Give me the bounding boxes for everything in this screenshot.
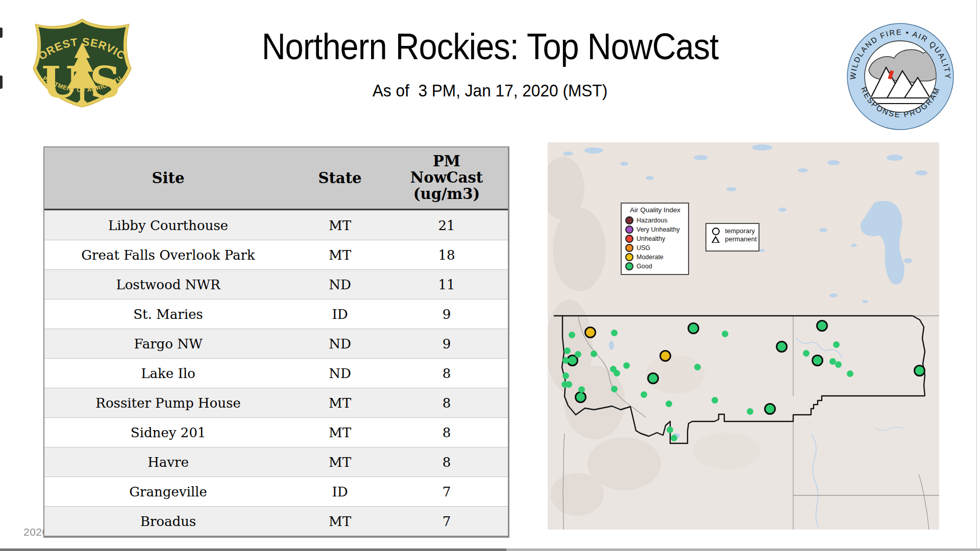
- cell-site: Havre: [44, 455, 292, 470]
- aqi-legend-label: Unhealthy: [636, 235, 665, 242]
- aqi-legend-item: USG: [625, 243, 685, 253]
- column-header-pm: PM NowCast (ug/m3): [388, 154, 505, 203]
- monitor-marker-small[interactable]: [614, 370, 620, 377]
- monitor-marker-small[interactable]: [611, 330, 618, 336]
- cell-value: 8: [388, 455, 505, 470]
- monitor-marker-good[interactable]: [647, 372, 659, 384]
- cell-site: Broadus: [44, 514, 292, 529]
- monitor-marker-small[interactable]: [847, 370, 853, 377]
- monitor-marker-small[interactable]: [575, 351, 581, 358]
- cell-value: 11: [388, 277, 505, 292]
- map-panel: Air Quality Index HazardousVery Unhealth…: [548, 142, 939, 530]
- monitor-marker-small[interactable]: [747, 408, 753, 415]
- page-subtitle: As of 3 PM, Jan 17, 2020 (MST): [34, 81, 946, 101]
- monitor-marker-small[interactable]: [564, 347, 571, 354]
- cell-state: MT: [292, 455, 388, 470]
- monitor-marker-small[interactable]: [666, 400, 672, 407]
- cell-value: 8: [388, 395, 505, 411]
- cell-state: MT: [292, 247, 388, 263]
- table-row: BroadusMT7: [44, 506, 508, 536]
- aqi-color-swatch: [625, 244, 633, 252]
- aqi-color-swatch: [625, 216, 633, 224]
- monitor-marker-small[interactable]: [667, 427, 673, 433]
- monitor-marker-small[interactable]: [591, 350, 597, 357]
- permanent-marker-icon: [712, 236, 720, 243]
- monitor-marker-good[interactable]: [764, 403, 776, 415]
- monitor-marker-small[interactable]: [694, 364, 701, 370]
- monitor-marker-small[interactable]: [623, 362, 630, 369]
- monitor-marker-small[interactable]: [566, 381, 572, 388]
- aqi-color-swatch: [625, 253, 633, 261]
- cell-state: MT: [292, 395, 388, 411]
- marker-type-legend: temporary permanent: [705, 223, 760, 252]
- aqi-legend: Air Quality Index HazardousVery Unhealth…: [621, 203, 689, 275]
- monitor-marker-small[interactable]: [671, 435, 677, 441]
- monitor-marker-small[interactable]: [722, 331, 728, 337]
- aqi-color-swatch: [625, 226, 633, 234]
- aqi-legend-label: Good: [636, 263, 652, 270]
- cell-state: ID: [292, 307, 388, 322]
- cell-state: MT: [292, 425, 388, 440]
- monitor-marker-small[interactable]: [833, 341, 840, 348]
- aqi-legend-item: Unhealthy: [625, 234, 685, 243]
- aqi-legend-item: Moderate: [625, 253, 685, 262]
- cell-site: Sidney 201: [44, 425, 292, 440]
- cell-value: 8: [388, 425, 505, 440]
- monitor-marker-moderate[interactable]: [584, 327, 596, 338]
- aqi-legend-label: USG: [636, 244, 650, 252]
- monitor-marker-small[interactable]: [803, 350, 810, 357]
- cell-site: Lake Ilo: [44, 366, 292, 381]
- monitor-marker-small[interactable]: [611, 386, 618, 392]
- monitor-marker-small[interactable]: [562, 372, 569, 379]
- table-row: Great Falls Overlook ParkMT18: [44, 240, 508, 269]
- monitor-marker-good[interactable]: [776, 341, 788, 353]
- monitor-marker-good[interactable]: [914, 365, 925, 377]
- cell-site: Libby Courthouse: [44, 218, 292, 233]
- cell-value: 9: [388, 307, 505, 322]
- table-row: St. MariesID9: [44, 299, 508, 329]
- cell-site: Rossiter Pump House: [44, 395, 292, 411]
- cell-value: 7: [388, 514, 505, 529]
- monitor-marker-small[interactable]: [641, 391, 647, 398]
- cell-state: ND: [292, 366, 388, 381]
- cell-site: Grangeville: [44, 484, 292, 499]
- monitor-marker-good[interactable]: [812, 355, 823, 366]
- cell-value: 9: [388, 336, 505, 352]
- table-row: Libby CourthouseMT21: [44, 210, 508, 240]
- cell-state: ND: [292, 277, 388, 292]
- screen-edge-artifact: [0, 28, 3, 38]
- table-row: Fargo NWND9: [44, 329, 508, 358]
- aqi-legend-item: Hazardous: [625, 216, 685, 225]
- monitor-marker-small[interactable]: [712, 397, 718, 404]
- cell-value: 21: [388, 218, 505, 233]
- window-bottom-edge: [0, 548, 506, 551]
- monitor-marker-small[interactable]: [569, 332, 575, 338]
- monitor-marker-good[interactable]: [575, 391, 586, 403]
- monitor-marker-moderate[interactable]: [659, 350, 671, 362]
- aqi-legend-label: Hazardous: [636, 217, 667, 224]
- aqi-legend-item: Good: [625, 262, 685, 271]
- aqi-legend-title: Air Quality Index: [625, 206, 685, 214]
- cell-state: MT: [292, 514, 388, 529]
- cell-value: 8: [388, 366, 505, 381]
- monitor-marker-good[interactable]: [816, 320, 828, 332]
- aqi-legend-item: Very Unhealthy: [625, 225, 685, 234]
- cell-site: Great Falls Overlook Park: [44, 247, 292, 263]
- table-row: GrangevilleID7: [44, 477, 508, 506]
- air-quality-program-logo: WILDLAND FIRE • AIR QUALITY RESPONSE PRO…: [845, 21, 955, 132]
- table-row: Rossiter Pump HouseMT8: [44, 388, 508, 417]
- basemap: [548, 142, 939, 530]
- page: FOREST SERVICE U S DEPARTMENT OF AGRICUL…: [0, 0, 980, 551]
- temporary-label: temporary: [725, 227, 756, 235]
- screen-edge-artifact: [0, 76, 3, 89]
- cell-site: Lostwood NWR: [44, 277, 292, 292]
- monitor-marker-good[interactable]: [688, 322, 699, 334]
- monitor-marker-small[interactable]: [578, 386, 585, 393]
- permanent-label: permanent: [725, 235, 756, 243]
- cell-state: ID: [292, 484, 388, 499]
- nowcast-table: Site State PM NowCast (ug/m3) Libby Cour…: [43, 146, 509, 538]
- aqi-legend-label: Moderate: [636, 254, 664, 261]
- monitor-marker-small[interactable]: [835, 361, 842, 368]
- column-header-site: Site: [44, 169, 292, 187]
- monitor-marker-small[interactable]: [562, 357, 569, 364]
